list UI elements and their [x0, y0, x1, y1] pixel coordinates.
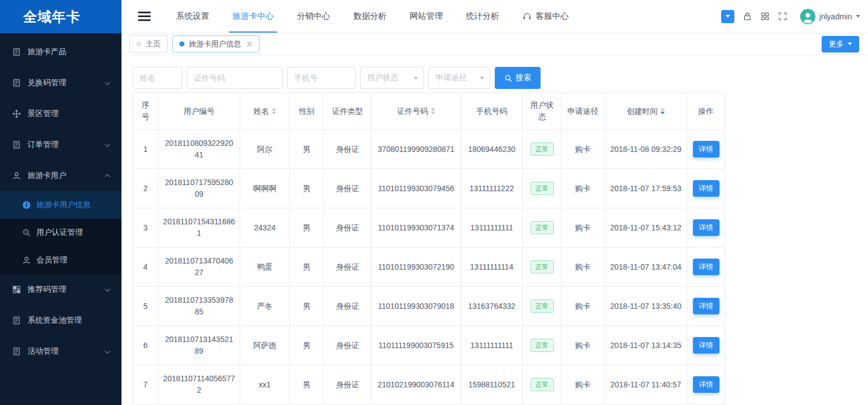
cell-id-number: 110101199303072190: [372, 248, 461, 287]
document-icon: [12, 316, 21, 325]
sort-icon[interactable]: [272, 108, 276, 114]
detail-button[interactable]: 详情: [693, 298, 719, 314]
sidebar-item-activities[interactable]: 活动管理: [0, 336, 121, 367]
cell-phone: 13111111222: [461, 169, 523, 208]
fullscreen-icon[interactable]: [778, 12, 787, 21]
sidebar-item-orders[interactable]: 订单管理: [0, 129, 121, 160]
cell-id-number: 210102199003076114: [372, 365, 461, 404]
page-content: 用户状态 申请途径 搜索 序号 用户编号 姓名: [121, 55, 868, 405]
sidebar-item-user-auth[interactable]: 用户认证管理: [0, 219, 121, 246]
cell-channel: 购卡: [562, 326, 605, 365]
sidebar-item-travel-card-products[interactable]: 旅游卡产品: [0, 36, 121, 67]
status-badge: 正常: [531, 378, 554, 391]
sidebar-item-redeem-codes[interactable]: 兑换码管理: [0, 67, 121, 98]
sidebar-item-travel-card-users[interactable]: 旅游卡用户: [0, 160, 121, 191]
apps-grid-icon[interactable]: [760, 12, 770, 21]
cell-action: 详情: [687, 287, 725, 326]
nav-item-customer-service[interactable]: 客服中心: [522, 0, 569, 33]
cell-name: 阿萨德: [240, 326, 290, 365]
cell-gender: 男: [290, 130, 324, 169]
table-row: 4 201811071347040627 鸭蛋 男 身份证 1101011993…: [133, 248, 725, 287]
nav-item-data-analysis[interactable]: 数据分析: [353, 0, 387, 33]
column-header-name[interactable]: 姓名: [240, 93, 290, 130]
table-row: 1 201811080932292041 阿尔 男 身份证 3708011999…: [133, 130, 725, 169]
cell-channel: 购卡: [562, 208, 605, 248]
detail-button[interactable]: 详情: [693, 219, 719, 236]
table-row: 3 201811071543116861 24324 男 身份证 1101011…: [133, 208, 725, 248]
status-badge: 正常: [531, 143, 554, 156]
cell-status: 正常: [523, 208, 562, 248]
column-header-user-id: 用户编号: [158, 93, 240, 130]
sidebar-item-fund-pool[interactable]: 系统资金池管理: [0, 305, 121, 336]
user-menu[interactable]: jnlyadmin: [800, 9, 860, 24]
status-badge: 正常: [531, 260, 554, 273]
headset-icon: [522, 12, 532, 21]
menu-toggle-icon[interactable]: [138, 12, 151, 21]
name-input[interactable]: [133, 67, 182, 89]
sort-icon[interactable]: [431, 108, 435, 114]
cell-created: 2018-11-07 17:59:53: [605, 169, 687, 208]
sort-icon[interactable]: [660, 108, 665, 114]
nav-item-system-settings[interactable]: 系统设置: [176, 0, 209, 33]
sidebar-item-user-info[interactable]: 旅游卡用户信息: [0, 191, 121, 219]
sidebar-item-members[interactable]: 会员管理: [0, 246, 121, 274]
column-header-id-type: 证件类型: [324, 93, 372, 130]
column-header-created[interactable]: 创建时间: [605, 93, 687, 130]
table-header-row: 序号 用户编号 姓名 性别 证件类型 证件号码 手机号码 用户状态 申请途径 创…: [133, 93, 725, 130]
detail-button[interactable]: 详情: [693, 337, 719, 354]
sidebar-item-referral-codes[interactable]: 推荐码管理: [0, 274, 121, 305]
cell-user-id: 201811071314352189: [158, 326, 240, 365]
detail-button[interactable]: 详情: [693, 259, 719, 275]
tab-bar: 主页 旅游卡用户信息 更多: [121, 33, 868, 55]
tab-dot-icon: [179, 41, 184, 46]
cell-index: 3: [133, 208, 158, 248]
cell-channel: 购卡: [562, 365, 605, 404]
status-badge: 正常: [531, 339, 554, 352]
phone-input[interactable]: [287, 67, 356, 89]
document-icon: [12, 140, 21, 149]
cell-id-type: 身份证: [324, 365, 372, 404]
cell-id-type: 身份证: [324, 326, 372, 365]
cell-gender: 男: [290, 169, 324, 208]
chevron-down-icon: [726, 15, 730, 18]
search-button[interactable]: 搜索: [495, 67, 541, 89]
tab-home[interactable]: 主页: [129, 35, 168, 52]
cell-created: 2018-11-07 13:14:35: [605, 326, 687, 365]
cell-name: xx1: [240, 365, 290, 404]
cell-created: 2018-11-07 15:43:12: [605, 208, 687, 248]
cell-id-number: 110101199303079018: [372, 287, 461, 326]
cell-user-id: 201811071335397885: [158, 287, 240, 326]
column-header-channel: 申请途径: [562, 93, 605, 130]
quick-dropdown-button[interactable]: [721, 10, 734, 23]
cell-gender: 男: [290, 208, 324, 248]
cell-action: 详情: [687, 208, 725, 248]
tab-travel-card-user-info[interactable]: 旅游卡用户信息: [172, 35, 260, 52]
nav-item-travel-card-center[interactable]: 旅游卡中心: [232, 0, 274, 33]
apply-channel-select[interactable]: 申请途径: [428, 67, 490, 89]
app-logo-text: 全域年卡: [23, 8, 81, 26]
sidebar-item-scenic-areas[interactable]: 景区管理: [0, 98, 121, 129]
nav-item-statistics[interactable]: 统计分析: [466, 0, 499, 33]
id-number-input[interactable]: [187, 67, 283, 89]
detail-button[interactable]: 详情: [693, 180, 719, 197]
cell-gender: 男: [290, 365, 324, 404]
app-logo[interactable]: 全域年卡: [0, 0, 121, 33]
detail-button[interactable]: 详情: [693, 376, 719, 393]
close-icon[interactable]: [247, 41, 252, 47]
info-circle-icon: [22, 201, 31, 209]
users-table: 序号 用户编号 姓名 性别 证件类型 证件号码 手机号码 用户状态 申请途径 创…: [133, 92, 725, 404]
nav-item-website-management[interactable]: 网站管理: [410, 0, 443, 33]
nav-item-distribution-center[interactable]: 分销中心: [297, 0, 330, 33]
detail-button[interactable]: 详情: [693, 141, 719, 157]
table-row: 6 201811071314352189 阿萨德 男 身份证 110111199…: [133, 326, 725, 365]
column-header-id-number[interactable]: 证件号码: [372, 93, 461, 130]
lock-icon[interactable]: [743, 12, 752, 21]
cell-action: 详情: [687, 130, 725, 169]
cell-index: 2: [133, 169, 158, 208]
cell-index: 7: [133, 365, 158, 404]
search-icon: [504, 74, 512, 82]
chevron-up-icon: [105, 173, 110, 179]
document-icon: [12, 78, 21, 87]
more-button[interactable]: 更多: [822, 36, 859, 52]
user-status-select[interactable]: 用户状态: [360, 67, 424, 89]
